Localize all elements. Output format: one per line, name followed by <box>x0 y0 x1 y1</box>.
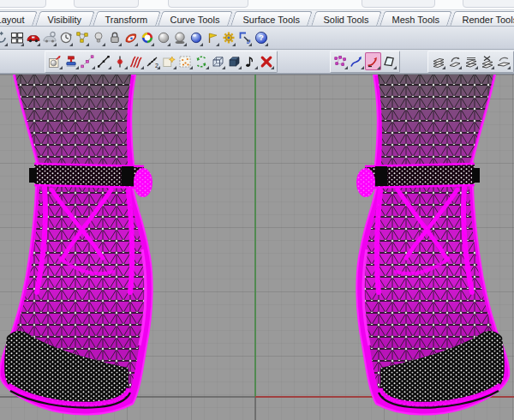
tab-visibility[interactable]: Visibility <box>35 11 94 26</box>
toolbar-tab-strip: LayoutVisibilityTransformCurve ToolsSurf… <box>0 10 514 27</box>
box-wire-icon[interactable] <box>210 52 226 70</box>
box-solid-icon[interactable] <box>226 52 242 70</box>
red-arrow-icon[interactable] <box>365 52 381 70</box>
sparkle-box-icon[interactable] <box>161 52 177 70</box>
toolbar-group-curve <box>45 51 278 73</box>
rhino-window: { "app": { "name": "Rhinoceros", "view":… <box>0 0 514 420</box>
clock-icon[interactable] <box>57 29 74 47</box>
point-cloud-icon[interactable] <box>177 52 194 70</box>
sheaf-lines-icon[interactable] <box>463 52 479 70</box>
rebuild-icon[interactable] <box>194 52 210 70</box>
tab-label: Render Tools <box>463 15 514 25</box>
delete-x-icon[interactable] <box>259 52 275 70</box>
divide-curve-icon[interactable] <box>145 52 161 70</box>
car-icon[interactable] <box>25 29 41 47</box>
curves-icon[interactable] <box>128 52 145 70</box>
tab-label: Layout <box>0 15 25 25</box>
quad-icon[interactable] <box>381 52 397 70</box>
flag-icon[interactable] <box>204 29 220 47</box>
stamp-icon[interactable] <box>63 52 80 70</box>
sheaf-arrow-icon[interactable] <box>446 52 463 70</box>
color-wheel-icon[interactable] <box>139 29 155 47</box>
upper-tab-row-remnant <box>0 0 514 10</box>
tab-solid-tools[interactable]: Solid Tools <box>311 11 382 26</box>
left-foot-mesh <box>0 75 152 415</box>
toolbar-group-surface <box>427 51 514 73</box>
tab-transform[interactable]: Transform <box>93 11 160 26</box>
ghost-tab <box>362 0 435 8</box>
molecule-icon[interactable] <box>74 29 90 47</box>
help-icon[interactable] <box>253 29 269 47</box>
sheaf-part-icon[interactable] <box>495 52 511 70</box>
tab-label: Surface Tools <box>243 15 300 25</box>
ghost-tab <box>168 0 248 8</box>
tab-mesh-tools[interactable]: Mesh Tools <box>380 11 452 26</box>
tab-label: Transform <box>105 15 147 25</box>
sphere-gray-icon[interactable] <box>155 29 171 47</box>
mesh-vertices-icon[interactable] <box>332 52 349 70</box>
ghost-tab <box>74 0 139 8</box>
edit-points-icon[interactable] <box>80 52 96 70</box>
car-ghost-icon[interactable] <box>41 29 57 47</box>
tab-label: Mesh Tools <box>391 15 439 25</box>
ghost-tab <box>0 0 46 8</box>
gear-icon[interactable] <box>220 29 236 47</box>
curve-arrow-icon[interactable] <box>349 52 365 70</box>
extract-points-icon[interactable] <box>47 52 63 70</box>
sheaf-icon[interactable] <box>430 52 446 70</box>
right-foot-mesh <box>356 75 509 415</box>
front-viewport[interactable] <box>0 74 514 420</box>
lightbulb-icon[interactable] <box>90 29 106 47</box>
toolbar-row-tools <box>0 50 514 74</box>
toolbar-row-standard <box>0 27 514 50</box>
viewport-grid-icon[interactable] <box>9 29 25 47</box>
sphere-shadow-icon[interactable] <box>171 29 188 47</box>
selection-bracket-icon[interactable] <box>236 29 253 47</box>
tab-label: Curve Tools <box>170 15 220 25</box>
tab-label: Solid Tools <box>323 15 368 25</box>
lock-icon[interactable] <box>106 29 123 47</box>
tab-surface-tools[interactable]: Surface Tools <box>230 11 313 26</box>
render-wedge-icon[interactable] <box>123 29 139 47</box>
rotate-icon[interactable] <box>0 29 9 47</box>
sheaf-x-icon[interactable] <box>479 52 495 70</box>
toolbar-group-mesh-edit <box>330 51 400 73</box>
polyline-icon[interactable] <box>96 52 112 70</box>
sphere-blue-icon[interactable] <box>188 29 204 47</box>
tab-layout[interactable]: Layout <box>0 11 38 26</box>
tab-label: Visibility <box>48 15 82 25</box>
note-icon[interactable] <box>242 52 259 70</box>
viewport-canvas <box>0 74 514 420</box>
ghost-tab <box>463 0 514 8</box>
tab-curve-tools[interactable]: Curve Tools <box>158 11 233 26</box>
tab-render-tools[interactable]: Render Tools <box>450 11 514 26</box>
point-on-curve-icon[interactable] <box>112 52 128 70</box>
